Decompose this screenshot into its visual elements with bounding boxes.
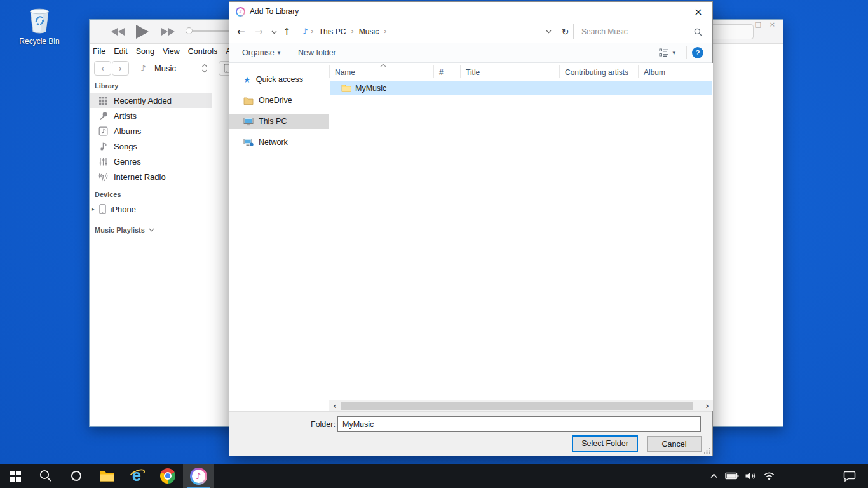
nav-item-this-pc[interactable]: This PC bbox=[229, 114, 329, 129]
media-picker[interactable]: ♪ Music bbox=[135, 61, 231, 76]
sidebar-item-label: Recently Added bbox=[114, 96, 172, 105]
wifi-icon bbox=[763, 471, 775, 480]
action-center-button[interactable] bbox=[840, 464, 859, 488]
search-icon[interactable] bbox=[694, 28, 702, 36]
horizontal-scrollbar: ‹ › bbox=[329, 400, 713, 411]
taskbar-search-button[interactable] bbox=[31, 464, 61, 488]
dialog-titlebar: ♪ Add To Library × bbox=[229, 2, 712, 21]
recent-locations-chevron-icon[interactable] bbox=[271, 30, 277, 34]
network-icon bbox=[243, 138, 254, 147]
chrome-button[interactable] bbox=[153, 464, 183, 488]
view-mode-button[interactable]: ▾ bbox=[659, 43, 675, 62]
details-view-icon bbox=[659, 48, 669, 57]
new-folder-label: New folder bbox=[298, 48, 336, 57]
music-playlists-header[interactable]: Music Playlists bbox=[95, 226, 212, 234]
cortana-button[interactable] bbox=[61, 464, 92, 488]
toolbar-separator bbox=[686, 46, 687, 59]
nav-item-quick-access[interactable]: ★ Quick access bbox=[229, 72, 329, 87]
sidebar-item-genres[interactable]: Genres bbox=[90, 154, 212, 169]
back-icon[interactable]: ← bbox=[237, 21, 245, 43]
breadcrumb-music[interactable]: Music bbox=[356, 27, 382, 36]
folder-label: Folder: bbox=[311, 420, 336, 429]
column-number[interactable]: # bbox=[433, 65, 460, 78]
breadcrumb-separator: › bbox=[309, 27, 315, 36]
start-button[interactable] bbox=[0, 464, 31, 488]
help-button[interactable]: ? bbox=[692, 47, 703, 58]
folder-name-input[interactable] bbox=[337, 416, 701, 432]
sidebar-item-albums[interactable]: Albums bbox=[90, 123, 212, 139]
menu-song[interactable]: Song bbox=[136, 47, 154, 56]
file-explorer-button[interactable] bbox=[92, 464, 122, 488]
dialog-toolbar: Organise ▾ New folder ▾ ? bbox=[229, 43, 712, 63]
search-input[interactable] bbox=[576, 24, 707, 39]
music-playlists-label: Music Playlists bbox=[95, 226, 145, 234]
resize-grip[interactable] bbox=[703, 447, 710, 454]
itunes-forward-button[interactable]: › bbox=[112, 61, 129, 76]
recycle-bin[interactable]: Recycle Bin bbox=[11, 5, 68, 46]
menu-controls[interactable]: Controls bbox=[188, 47, 218, 56]
column-contributing-artists[interactable]: Contributing artists bbox=[559, 65, 638, 78]
column-title[interactable]: Title bbox=[460, 65, 559, 78]
forward-icon[interactable]: → bbox=[255, 21, 263, 43]
updown-chevrons-icon bbox=[201, 64, 208, 73]
nav-item-label: Quick access bbox=[256, 75, 303, 84]
refresh-button[interactable]: ↻ bbox=[557, 24, 574, 39]
sidebar-item-recently-added[interactable]: Recently Added bbox=[90, 93, 212, 108]
menu-edit[interactable]: Edit bbox=[114, 47, 128, 56]
play-icon[interactable] bbox=[135, 24, 149, 39]
itunes-icon: ♪ bbox=[190, 468, 207, 485]
sidebar-item-artists[interactable]: Artists bbox=[90, 108, 212, 123]
tray-chevron-up[interactable] bbox=[707, 464, 721, 488]
star-icon: ★ bbox=[243, 75, 251, 85]
column-name[interactable]: Name bbox=[329, 65, 433, 78]
album-icon bbox=[98, 126, 108, 136]
devices-header: Devices bbox=[95, 190, 212, 199]
sidebar-item-label: Artists bbox=[114, 111, 137, 121]
itunes-back-button[interactable]: ‹ bbox=[94, 61, 111, 76]
breadcrumb-this-pc[interactable]: This PC bbox=[316, 27, 349, 36]
disclosure-icon[interactable]: ▸ bbox=[92, 206, 95, 212]
battery-icon bbox=[725, 472, 739, 480]
sidebar-item-label: Songs bbox=[114, 142, 137, 151]
menu-file[interactable]: File bbox=[93, 47, 105, 56]
maximize-icon[interactable]: □ bbox=[754, 20, 761, 30]
menu-view[interactable]: View bbox=[163, 47, 180, 56]
file-name: MyMusic bbox=[355, 84, 386, 93]
sidebar-item-iphone[interactable]: ▸ iPhone bbox=[90, 201, 212, 217]
scroll-left-arrow[interactable]: ‹ bbox=[330, 400, 340, 411]
music-note-icon: ♪ bbox=[297, 27, 309, 36]
volume-tray-icon[interactable] bbox=[743, 464, 757, 488]
battery-tray-icon[interactable] bbox=[725, 464, 739, 488]
internet-explorer-button[interactable]: e bbox=[122, 464, 153, 488]
column-album[interactable]: Album bbox=[638, 65, 680, 78]
select-folder-button[interactable]: Select Folder bbox=[572, 435, 638, 452]
nav-item-onedrive[interactable]: OneDrive bbox=[229, 93, 329, 108]
scrollbar-thumb[interactable] bbox=[341, 402, 693, 410]
address-dropdown-chevron-icon[interactable] bbox=[546, 30, 552, 34]
iphone-icon bbox=[99, 204, 106, 214]
sidebar-item-internet-radio[interactable]: Internet Radio bbox=[90, 169, 212, 184]
next-track-icon[interactable] bbox=[161, 27, 175, 36]
sidebar-item-songs[interactable]: Songs bbox=[90, 139, 212, 154]
organise-button[interactable]: Organise ▾ bbox=[242, 43, 280, 62]
action-center-icon bbox=[843, 471, 856, 482]
previous-track-icon[interactable] bbox=[111, 27, 125, 36]
file-row-mymusic[interactable]: MyMusic bbox=[330, 81, 712, 95]
nav-item-network[interactable]: Network bbox=[229, 135, 329, 150]
close-icon[interactable]: × bbox=[688, 4, 709, 19]
volume-slider-knob[interactable] bbox=[186, 27, 193, 34]
wifi-tray-icon[interactable] bbox=[762, 464, 776, 488]
itunes-taskbar-button[interactable]: ♪ bbox=[183, 464, 214, 488]
new-folder-button[interactable]: New folder bbox=[298, 43, 336, 62]
file-explorer-icon bbox=[99, 470, 114, 482]
radio-tower-icon bbox=[98, 172, 108, 182]
recycle-bin-label: Recycle Bin bbox=[11, 37, 68, 46]
recycle-bin-icon bbox=[25, 5, 54, 36]
minimize-icon[interactable]: – bbox=[743, 20, 747, 30]
breadcrumb[interactable]: ♪ › This PC › Music › bbox=[297, 24, 557, 39]
scroll-right-arrow[interactable]: › bbox=[702, 400, 712, 411]
close-icon[interactable]: × bbox=[770, 20, 775, 30]
cancel-button[interactable]: Cancel bbox=[647, 436, 702, 452]
up-icon[interactable]: ↑ bbox=[283, 21, 291, 43]
music-note-icon: ♪ bbox=[140, 61, 146, 76]
